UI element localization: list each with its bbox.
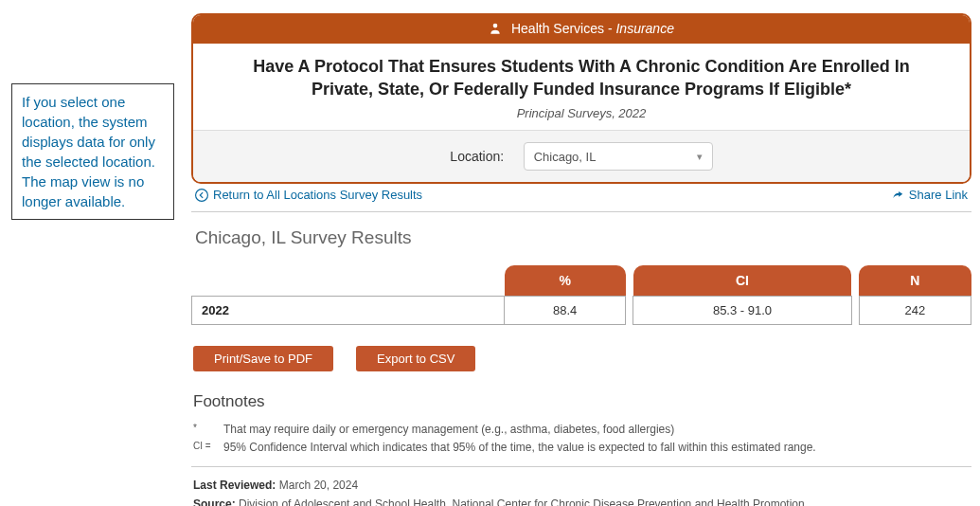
source-label: Source: bbox=[193, 497, 236, 506]
footnote-item: * That may require daily or emergency ma… bbox=[193, 421, 971, 439]
svg-point-3 bbox=[196, 189, 208, 201]
page-subtitle: Principal Surveys, 2022 bbox=[222, 106, 941, 120]
cell-n: 242 bbox=[859, 297, 971, 325]
col-n: N bbox=[859, 265, 971, 297]
title-area: Have A Protocol That Ensures Students Wi… bbox=[193, 44, 970, 131]
chevron-down-icon: ▾ bbox=[697, 151, 703, 163]
source-value: Division of Adolescent and School Health… bbox=[239, 497, 805, 506]
page-title: Have A Protocol That Ensures Students Wi… bbox=[222, 55, 941, 101]
return-link-text: Return to All Locations Survey Results bbox=[213, 188, 422, 202]
callout-text: If you select one location, the system d… bbox=[22, 94, 155, 209]
header-category: Health Services bbox=[511, 21, 604, 36]
survey-panel: Health Services - Insurance Have A Proto… bbox=[191, 13, 971, 184]
share-link[interactable]: Share Link bbox=[891, 188, 968, 202]
footnote-key: * bbox=[193, 421, 214, 439]
content-area: Return to All Locations Survey Results S… bbox=[191, 180, 971, 506]
cell-percent: 88.4 bbox=[505, 297, 626, 325]
print-pdf-button[interactable]: Print/Save to PDF bbox=[193, 346, 333, 371]
last-reviewed-label: Last Reviewed: bbox=[193, 479, 276, 492]
share-link-text: Share Link bbox=[909, 188, 968, 202]
col-percent: % bbox=[505, 265, 626, 297]
footnote-key: CI = bbox=[193, 439, 214, 457]
footnote-text: 95% Confidence Interval which indicates … bbox=[223, 439, 816, 457]
panel-header: Health Services - Insurance bbox=[193, 15, 970, 44]
location-label: Location: bbox=[450, 149, 504, 164]
last-reviewed-value: March 20, 2024 bbox=[279, 479, 358, 492]
results-table: % CI N 2022 88.4 85.3 - 91.0 242 bbox=[191, 265, 971, 325]
person-icon bbox=[489, 22, 502, 38]
location-selected: Chicago, IL bbox=[534, 150, 597, 164]
cell-ci: 85.3 - 91.0 bbox=[633, 297, 851, 325]
location-select[interactable]: Chicago, IL ▾ bbox=[524, 142, 713, 171]
callout-box: If you select one location, the system d… bbox=[11, 83, 174, 220]
results-title: Chicago, IL Survey Results bbox=[191, 227, 971, 248]
meta-info: Last Reviewed: March 20, 2024 Source: Di… bbox=[191, 466, 971, 506]
col-ci: CI bbox=[633, 265, 851, 297]
footnotes: Footnotes * That may require daily or em… bbox=[191, 392, 971, 457]
footnote-text: That may require daily or emergency mana… bbox=[223, 421, 674, 439]
links-row: Return to All Locations Survey Results S… bbox=[191, 180, 971, 212]
action-buttons: Print/Save to PDF Export to CSV bbox=[191, 346, 971, 371]
return-link[interactable]: Return to All Locations Survey Results bbox=[195, 188, 422, 202]
location-bar: Location: Chicago, IL ▾ bbox=[193, 130, 970, 182]
footnotes-title: Footnotes bbox=[193, 392, 971, 411]
row-year: 2022 bbox=[192, 297, 505, 325]
header-subcategory: Insurance bbox=[615, 21, 673, 36]
table-row: 2022 88.4 85.3 - 91.0 242 bbox=[192, 297, 971, 325]
export-csv-button[interactable]: Export to CSV bbox=[356, 346, 475, 371]
svg-point-2 bbox=[493, 24, 498, 28]
back-arrow-icon bbox=[195, 189, 208, 202]
footnote-item: CI = 95% Confidence Interval which indic… bbox=[193, 439, 971, 457]
share-icon bbox=[891, 189, 904, 202]
